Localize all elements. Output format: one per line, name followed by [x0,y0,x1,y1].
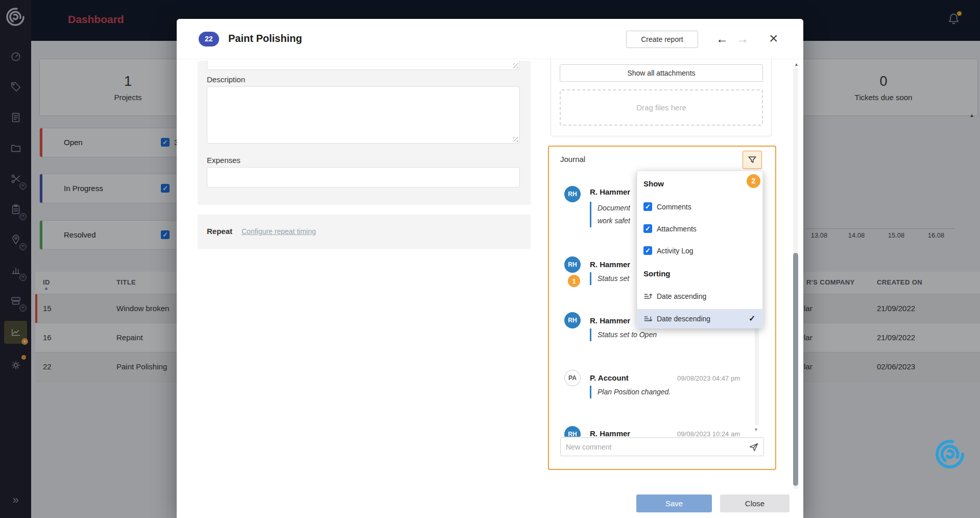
send-comment-icon[interactable] [749,442,759,454]
resize-handle[interactable] [513,137,518,142]
expenses-input[interactable] [207,167,520,187]
show-all-attachments-button[interactable]: Show all attachments [560,64,763,82]
description-label: Description [207,75,245,84]
forward-arrow-icon[interactable]: → [736,30,749,48]
file-dropzone[interactable]: Drag files here [560,89,763,126]
create-report-button[interactable]: Create report [626,31,698,48]
scroll-down-icon[interactable]: ▼ [754,427,758,432]
show-section-header: Show [643,179,664,188]
screen: Dashboard − [0,0,980,518]
close-icon[interactable]: × [769,27,778,50]
repeat-panel: Repeat Configure repeat timing [198,215,531,249]
modal-scrollbar-thumb[interactable] [793,253,798,486]
avatar: RH [564,256,581,273]
back-arrow-icon[interactable]: ← [716,30,728,48]
journal-filter-button[interactable] [743,151,762,169]
modal-title: Paint Polishing [228,33,302,44]
activity-log-checkbox[interactable]: ✓ [643,246,652,255]
funnel-icon [747,155,757,165]
attachments-checkbox[interactable]: ✓ [643,224,652,233]
menu-item-activity-log[interactable]: Activity Log [657,247,694,255]
avatar: RH [564,426,581,437]
unread-count-badge: 1 [567,274,581,288]
filter-count-badge: 2 [747,174,760,188]
entry-author: R. Hammer [590,316,630,325]
close-button[interactable]: Close [720,495,790,512]
dropzone-hint: Drag files here [636,103,686,112]
new-comment-box [560,437,764,456]
comments-checkbox[interactable]: ✓ [643,202,652,211]
menu-item-date-ascending[interactable]: Date ascending [657,292,706,300]
menu-item-attachments[interactable]: Attachments [657,225,697,233]
ticket-id-badge: 22 [199,32,219,46]
avatar: RH [564,312,581,328]
repeat-label: Repeat [207,227,232,236]
avatar: RH [564,186,581,202]
entry-author: R. Hammer [590,187,630,196]
save-button[interactable]: Save [636,495,712,512]
details-panel: Description Expenses [198,61,531,205]
new-comment-input[interactable] [561,438,750,456]
entry-author: R. Hammer [590,429,630,437]
entry-activity: Status set [590,272,629,285]
ticket-modal: 22 Paint Polishing Create report ← → × D… [177,19,803,518]
entry-activity: Status set to Open [590,328,657,341]
entry-author: P. Account [590,373,629,382]
entry-activity: Plan Position changed. [590,386,671,398]
app-watermark-logo-icon [934,438,966,472]
entry-author: R. Hammer [590,260,630,269]
sort-descending-icon [643,314,653,325]
journal-title: Journal [560,155,585,163]
sorting-section-header: Sorting [643,269,671,278]
modal-body: Description Expenses Repeat Configure re… [177,59,803,518]
entry-comment: Document work safet [590,202,630,227]
configure-repeat-link[interactable]: Configure repeat timing [242,227,316,236]
entry-timestamp: 09/08/2023 10:24 am [677,430,740,437]
resize-handle[interactable] [513,63,518,68]
avatar: PA [564,370,581,386]
entry-timestamp: 09/08/2023 04:47 pm [677,374,740,382]
modal-header: 22 Paint Polishing Create report ← → × [177,19,803,59]
scroll-up-icon[interactable]: ▲ [794,62,799,67]
check-icon: ✓ [749,314,755,323]
journal-filter-dropdown: Show 2 ✓ Comments ✓ Attachments ✓ Activi… [637,171,763,328]
expenses-label: Expenses [207,156,241,164]
menu-item-comments[interactable]: Comments [657,203,691,211]
sort-ascending-icon [643,292,653,303]
clipped-field [207,61,520,70]
attachments-card: Show all attachments Drag files here [551,59,772,136]
description-textarea[interactable] [207,86,520,144]
menu-item-date-descending[interactable]: Date descending [657,315,710,323]
